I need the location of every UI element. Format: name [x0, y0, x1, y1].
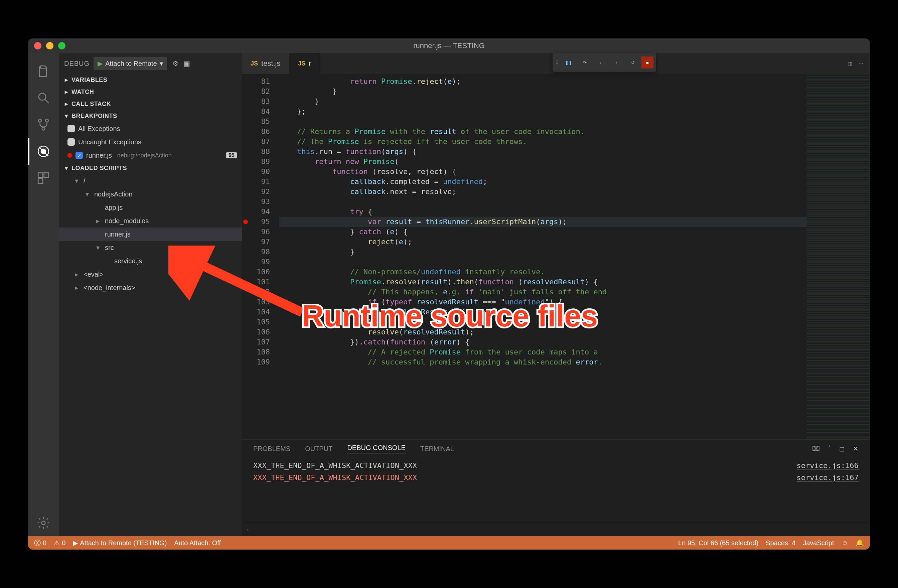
tree-root[interactable]: ▾/ [59, 174, 242, 188]
chevron-down-icon: ▾ [160, 60, 163, 68]
svg-rect-6 [38, 173, 43, 177]
status-launch-config[interactable]: ▶ Attach to Remote (TESTING) [73, 539, 167, 547]
debug-console-output[interactable]: XXX_THE_END_OF_A_WHISK_ACTIVATION_XXXser… [242, 458, 870, 523]
window-controls [34, 42, 66, 49]
editor-area: JS test.js JS r ◫ ⋯ ⠿ ❚❚ ↷ ↓ ↑ ↺ [242, 53, 870, 536]
svg-rect-8 [38, 179, 43, 183]
split-editor-icon[interactable]: ◫ [848, 61, 852, 66]
svg-point-5 [41, 149, 46, 154]
status-warnings[interactable]: ⚠ 0 [54, 539, 66, 547]
status-language[interactable]: JavaScript [803, 539, 834, 547]
bp-item[interactable]: ✓ runner.js debug:/nodejsAction 95 [59, 149, 242, 162]
section-variables[interactable]: ▸VARIABLES [59, 74, 242, 86]
js-file-icon: JS [298, 60, 306, 67]
window-title: runner.js — TESTING [413, 42, 485, 50]
bottom-panel: PROBLEMS OUTPUT DEBUG CONSOLE TERMINAL ⌧… [242, 439, 870, 536]
panel-tabs: PROBLEMS OUTPUT DEBUG CONSOLE TERMINAL ⌧… [242, 440, 870, 458]
svg-point-3 [42, 127, 45, 130]
debug-console-icon[interactable]: ▣ [184, 60, 190, 68]
line-number-gutter: 8182838485868788899091929394959697989910… [249, 74, 276, 439]
status-cursor[interactable]: Ln 95, Col 66 (65 selected) [678, 539, 758, 547]
vscode-window: runner.js — TESTING [28, 38, 870, 550]
source-control-icon[interactable] [28, 111, 59, 138]
tab-debug-console[interactable]: DEBUG CONSOLE [347, 444, 405, 453]
svg-point-0 [39, 93, 46, 100]
console-row: XXX_THE_END_OF_A_WHISK_ACTIVATION_XXXser… [253, 460, 859, 472]
section-loaded-scripts[interactable]: ▾LOADED SCRIPTS [59, 162, 242, 174]
section-callstack[interactable]: ▸CALL STACK [59, 98, 242, 110]
search-icon[interactable] [28, 85, 59, 111]
sidebar-title: DEBUG [64, 60, 89, 68]
activity-bar [28, 53, 59, 536]
tree-item[interactable]: ▾src [59, 241, 242, 254]
maximize-panel-icon[interactable]: ◻ [839, 445, 845, 453]
console-row: XXX_THE_END_OF_A_WHISK_ACTIVATION_XXXser… [253, 472, 859, 484]
debug-toolbar[interactable]: ⠿ ❚❚ ↷ ↓ ↑ ↺ ■ [552, 53, 656, 72]
debug-config-select[interactable]: ▶ Attach to Remote ▾ [94, 57, 167, 70]
minimap[interactable] [806, 74, 870, 439]
tree-item[interactable]: runner.js [59, 228, 242, 241]
debug-console-input[interactable]: › [242, 523, 870, 536]
notifications-icon[interactable]: 🔔 [856, 539, 864, 547]
tab-problems[interactable]: PROBLEMS [253, 445, 290, 453]
code-editor[interactable]: 8182838485868788899091929394959697989910… [242, 74, 870, 439]
step-over-icon[interactable]: ↷ [577, 55, 592, 70]
explorer-icon[interactable] [28, 58, 59, 85]
debug-sidebar: DEBUG ▶ Attach to Remote ▾ ⚙ ▣ ▸VARIABLE… [59, 53, 242, 536]
tree-item[interactable]: ▾nodejsAction [59, 188, 242, 201]
svg-point-1 [38, 119, 42, 122]
settings-gear-icon[interactable] [28, 509, 59, 536]
step-into-icon[interactable]: ↓ [593, 55, 608, 70]
debug-sidebar-header: DEBUG ▶ Attach to Remote ▾ ⚙ ▣ [59, 53, 242, 74]
tree-item[interactable]: app.js [59, 201, 242, 214]
debug-config-name: Attach to Remote [105, 60, 157, 68]
stop-icon[interactable]: ■ [641, 57, 654, 68]
status-auto-attach[interactable]: Auto Attach: Off [174, 539, 221, 547]
debug-icon[interactable] [28, 138, 59, 165]
section-watch[interactable]: ▸WATCH [59, 86, 242, 98]
bp-all-exceptions[interactable]: All Exceptions [59, 122, 242, 135]
svg-rect-7 [44, 173, 49, 177]
start-debug-icon[interactable]: ▶ [98, 60, 103, 68]
tab-test-js[interactable]: JS test.js [242, 53, 290, 74]
collapse-icon[interactable]: ˄ [828, 445, 831, 453]
status-bar: ⓧ 0 ⚠ 0 ▶ Attach to Remote (TESTING) Aut… [28, 536, 870, 550]
breakpoint-dot-icon [68, 153, 72, 158]
tab-output[interactable]: OUTPUT [305, 445, 332, 453]
clear-console-icon[interactable]: ⌧ [812, 445, 820, 453]
gear-icon[interactable]: ⚙ [172, 60, 178, 68]
minimize-window[interactable] [46, 42, 54, 49]
checkbox-checked-icon[interactable]: ✓ [75, 152, 83, 159]
tab-runner-js[interactable]: JS r [290, 53, 320, 74]
titlebar: runner.js — TESTING [28, 38, 870, 53]
tree-item[interactable]: service.js [59, 254, 242, 268]
feedback-icon[interactable]: ☺ [841, 539, 848, 547]
restart-icon[interactable]: ↺ [626, 55, 640, 70]
zoom-window[interactable] [58, 42, 66, 49]
tree-item[interactable]: ▸node_modules [59, 214, 242, 228]
close-window[interactable] [34, 42, 42, 49]
bp-uncaught-exceptions[interactable]: Uncaught Exceptions [59, 135, 242, 149]
status-spaces[interactable]: Spaces: 4 [766, 539, 795, 547]
tab-terminal[interactable]: TERMINAL [420, 445, 454, 453]
editor-tabbar: JS test.js JS r ◫ ⋯ ⠿ ❚❚ ↷ ↓ ↑ ↺ [242, 53, 870, 74]
tree-item[interactable]: ▸<eval> [59, 268, 242, 281]
checkbox-icon[interactable] [68, 125, 75, 132]
extensions-icon[interactable] [28, 165, 59, 191]
console-source-link[interactable]: service.js:167 [797, 472, 859, 484]
js-file-icon: JS [251, 60, 258, 67]
close-panel-icon[interactable]: ✕ [853, 445, 859, 453]
continue-icon[interactable]: ❚❚ [561, 55, 576, 70]
bp-line-badge: 95 [226, 152, 237, 159]
status-errors[interactable]: ⓧ 0 [34, 539, 46, 548]
drag-grip-icon[interactable]: ⠿ [555, 60, 558, 65]
step-out-icon[interactable]: ↑ [609, 55, 624, 70]
checkbox-icon[interactable] [68, 138, 75, 146]
code-content[interactable]: return Promise.reject(e); } } }; // Retu… [276, 74, 806, 439]
breakpoint-gutter[interactable] [242, 74, 249, 439]
console-source-link[interactable]: service.js:166 [797, 460, 859, 472]
svg-point-9 [42, 521, 45, 525]
tree-item[interactable]: ▸<node_internals> [59, 281, 242, 294]
section-breakpoints[interactable]: ▾BREAKPOINTS [59, 110, 242, 122]
more-actions-icon[interactable]: ⋯ [859, 61, 863, 66]
